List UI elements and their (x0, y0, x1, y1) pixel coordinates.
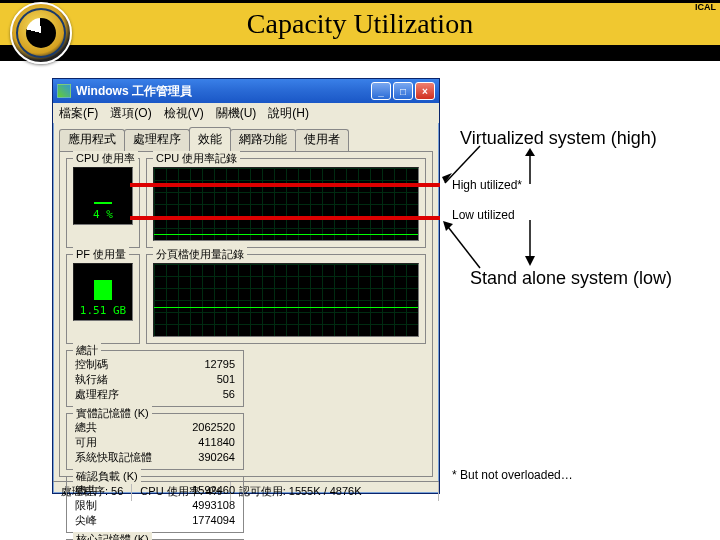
stats-totals: 總計 控制碼12795 執行緒501 處理程序56 (66, 350, 244, 407)
overlay-line-low (130, 216, 440, 220)
tab-networking[interactable]: 網路功能 (230, 129, 296, 153)
slide-header: Capacity Utilization ICAL (0, 0, 720, 68)
svg-line-6 (445, 223, 480, 268)
svg-marker-3 (525, 148, 535, 156)
cpu-meter-bar (94, 202, 112, 204)
pf-meter: 1.51 GB (73, 263, 133, 321)
university-logo (10, 2, 72, 64)
cpu-history-group: CPU 使用率記錄 (146, 158, 426, 248)
maximize-button[interactable]: □ (393, 82, 413, 100)
cpu-meter-value: 4 % (93, 208, 113, 221)
arrow-high-up (520, 146, 540, 186)
pf-meter-value: 1.51 GB (80, 304, 126, 317)
menu-shutdown[interactable]: 關機(U) (216, 105, 257, 122)
stats-commit: 確認負載 (K) 總共1592460 限制4993108 尖峰1774094 (66, 476, 244, 533)
arrow-standalone (440, 218, 560, 278)
close-button[interactable]: × (415, 82, 435, 100)
menu-options[interactable]: 選項(O) (110, 105, 151, 122)
stats-physmem: 實體記憶體 (K) 總共2062520 可用411840 系統快取記憶體3902… (66, 413, 244, 470)
menu-help[interactable]: 說明(H) (268, 105, 309, 122)
arrow-virtualized (440, 128, 560, 188)
tabstrip: 應用程式 處理程序 效能 網路功能 使用者 (53, 123, 439, 151)
page-title: Capacity Utilization (247, 8, 473, 40)
pf-history-group: 分頁檔使用量記錄 (146, 254, 426, 344)
cpu-usage-group: CPU 使用率 4 % (66, 158, 140, 248)
cpu-usage-label: CPU 使用率 (73, 151, 138, 166)
minimize-button[interactable]: _ (371, 82, 391, 100)
pf-usage-group: PF 使用量 1.51 GB (66, 254, 140, 344)
tab-applications[interactable]: 應用程式 (59, 129, 125, 153)
annot-footnote: * But not overloaded… (452, 468, 573, 482)
cpu-history-label: CPU 使用率記錄 (153, 151, 240, 166)
pf-history-label: 分頁檔使用量記錄 (153, 247, 247, 262)
pf-meter-bar (94, 280, 112, 300)
corner-tag: ICAL (695, 2, 716, 12)
window-title: Windows 工作管理員 (76, 83, 371, 100)
tab-processes[interactable]: 處理程序 (124, 129, 190, 153)
cpu-meter: 4 % (73, 167, 133, 225)
app-icon (57, 84, 71, 98)
menu-view[interactable]: 檢視(V) (164, 105, 204, 122)
svg-line-0 (445, 146, 480, 183)
menubar[interactable]: 檔案(F) 選項(O) 檢視(V) 關機(U) 說明(H) (53, 103, 439, 123)
tab-performance[interactable]: 效能 (189, 127, 231, 151)
cpu-history-graph (153, 167, 419, 241)
pf-usage-label: PF 使用量 (73, 247, 129, 262)
task-manager-window: Windows 工作管理員 _ □ × 檔案(F) 選項(O) 檢視(V) 關機… (52, 78, 440, 494)
pf-history-graph (153, 263, 419, 337)
titlebar[interactable]: Windows 工作管理員 _ □ × (53, 79, 439, 103)
performance-panel: CPU 使用率 4 % CPU 使用率記錄 PF 使用量 (59, 151, 433, 477)
overlay-line-high (130, 183, 440, 187)
tab-users[interactable]: 使用者 (295, 129, 349, 153)
svg-marker-7 (443, 221, 453, 231)
menu-file[interactable]: 檔案(F) (59, 105, 98, 122)
